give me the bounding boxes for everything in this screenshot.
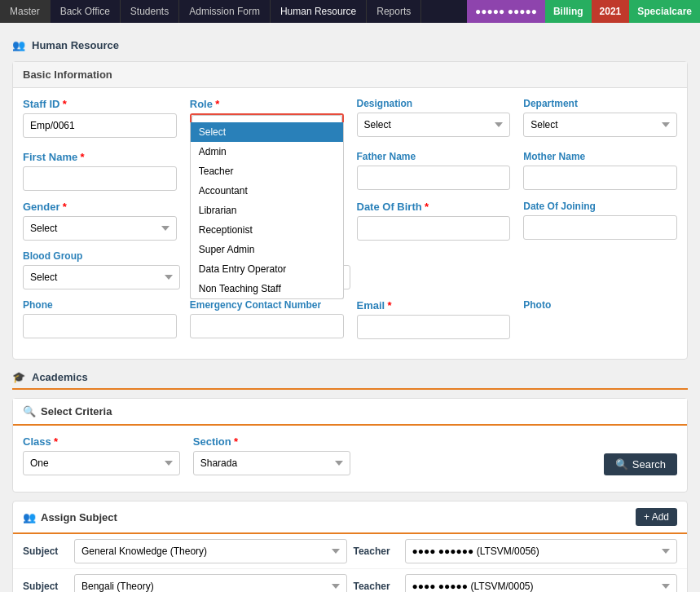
role-option-accountant[interactable]: Accountant [191, 181, 343, 201]
search-btn-icon: 🔍 [615, 458, 628, 471]
gender-group: Gender * Select [23, 201, 177, 241]
nav-reports[interactable]: Reports [367, 0, 421, 23]
role-option-select[interactable]: Select [191, 122, 343, 142]
dob-input[interactable] [357, 216, 511, 241]
nav-admissionform[interactable]: Admission Form [179, 0, 271, 23]
assign-row-1: Subject Bengali (Theory) Teacher ●●●● ●●… [13, 569, 687, 592]
form-row-5: Phone Emergency Contact Number Email * P… [23, 299, 677, 339]
search-area: 🔍 Search [363, 453, 678, 475]
assign-row-0: Subject General Knowledge (Theory) Teach… [13, 534, 687, 569]
form-row-1: Staff ID * Role * Select ▼ [23, 98, 677, 141]
staff-id-label: Staff ID * [23, 98, 177, 110]
subject-select-1[interactable]: Bengali (Theory) [74, 574, 347, 592]
class-label: Class * [23, 435, 180, 448]
role-option-dataentry[interactable]: Data Entry Operator [191, 259, 343, 279]
criteria-section: 🔍 Select Criteria Class * One [12, 398, 688, 493]
nav-master[interactable]: Master [0, 0, 51, 23]
bloodgroup-group: Blood Group Select [23, 250, 180, 289]
fathername-label: Father Name [357, 151, 511, 162]
role-option-receptionist[interactable]: Receptionist [191, 220, 343, 240]
search-button[interactable]: 🔍 Search [604, 453, 677, 475]
department-group: Department Select [523, 98, 677, 141]
basic-info-card: Basic Information Staff ID * Role * [12, 61, 688, 360]
dob-group: Date Of Birth * [357, 201, 511, 241]
role-option-nonteaching[interactable]: Non Teaching Staff [191, 279, 343, 298]
class-group: Class * One [23, 435, 180, 475]
empty-group-2 [363, 250, 678, 289]
doj-input[interactable] [523, 215, 677, 240]
nav-humanresource[interactable]: Human Resource [271, 0, 367, 23]
section-label: Section * [193, 435, 350, 448]
designation-select[interactable]: Select [357, 113, 511, 137]
phone-group: Phone [23, 299, 177, 339]
staff-id-group: Staff ID * [23, 98, 177, 141]
form-row-3: Gender * Select Date Of Birth * Date Of … [23, 201, 677, 241]
firstname-label: First Name * [23, 151, 177, 163]
nav-backoffice[interactable]: Back Office [51, 0, 121, 23]
nav-badge-user: ●●●●● ●●●●● [467, 0, 545, 23]
subject-select-0[interactable]: General Knowledge (Theory) [74, 539, 347, 563]
teacher-select-1[interactable]: ●●●● ●●●●● (LTSVM/0005) [405, 574, 678, 592]
form-row-2: First Name * Father Name Mother Name [23, 151, 677, 191]
search-icon: 🔍 [23, 405, 36, 417]
gender-label: Gender * [23, 201, 177, 213]
mothername-group: Mother Name [523, 151, 677, 191]
fathername-group: Father Name [357, 151, 511, 191]
gender-select[interactable]: Select [23, 216, 177, 241]
phone-input[interactable] [23, 314, 177, 338]
criteria-body: Class * One Section * Sharada [13, 426, 687, 492]
hr-icon: 👥 [12, 39, 25, 51]
role-option-admin[interactable]: Admin [191, 142, 343, 161]
criteria-row: Class * One Section * Sharada [23, 435, 677, 475]
dob-label: Date Of Birth * [357, 201, 511, 213]
role-option-teacher[interactable]: Teacher [191, 161, 343, 181]
assign-teacher-half-1: Teacher ●●●● ●●●●● (LTSVM/0005) [354, 574, 678, 592]
basic-info-header: Basic Information [13, 62, 687, 88]
assign-icon: 👥 [23, 511, 36, 524]
nav-students[interactable]: Students [121, 0, 179, 23]
emergency-input[interactable] [190, 314, 344, 338]
form-row-4: Blood Group Select Select [23, 250, 677, 289]
staff-id-input[interactable] [23, 113, 177, 138]
subject-label-0: Subject [23, 546, 68, 557]
class-select[interactable]: One [23, 451, 180, 475]
designation-group: Designation Select [357, 98, 511, 141]
email-label: Email * [357, 299, 511, 311]
teacher-label-1: Teacher [354, 581, 398, 592]
basic-info-body: Staff ID * Role * Select ▼ [13, 88, 687, 359]
designation-label: Designation [357, 98, 511, 109]
role-dropdown-container[interactable]: Select ▼ Select Admin Teacher Accountant… [190, 113, 344, 141]
photo-group: Photo [523, 299, 677, 339]
assign-subject-header: 👥 Assign Subject + Add [13, 501, 687, 534]
firstname-input[interactable] [23, 166, 177, 191]
fathername-input[interactable] [357, 166, 511, 190]
add-subject-button[interactable]: + Add [636, 508, 677, 526]
mothername-input[interactable] [523, 166, 677, 190]
emergency-group: Emergency Contact Number [190, 299, 344, 339]
phone-label: Phone [23, 299, 177, 311]
assign-subject-half-0: Subject General Knowledge (Theory) [23, 539, 347, 563]
section-select[interactable]: Sharada [193, 451, 350, 475]
role-option-librarian[interactable]: Librarian [191, 201, 343, 220]
nav-badge-year: 2021 [592, 0, 630, 23]
academics-section: 🎓 Academics 🔍 Select Criteria Class * On… [12, 371, 688, 592]
section-group: Section * Sharada [193, 435, 350, 475]
nav-badge-billing: Billing [545, 0, 592, 23]
email-input[interactable] [357, 315, 511, 339]
academics-icon: 🎓 [12, 371, 25, 383]
nav-badge-specialcare: Specialcare [629, 0, 700, 23]
academics-title: 🎓 Academics [12, 371, 688, 390]
firstname-group: First Name * [23, 151, 177, 191]
role-option-superadmin[interactable]: Super Admin [191, 240, 343, 259]
assign-header-left: 👥 Assign Subject [23, 511, 117, 524]
emergency-label: Emergency Contact Number [190, 299, 344, 311]
mothername-label: Mother Name [523, 151, 677, 162]
bloodgroup-select[interactable]: Select [23, 265, 180, 289]
doj-label: Date Of Joining [523, 201, 677, 212]
photo-label: Photo [523, 299, 677, 311]
assign-subject-half-1: Subject Bengali (Theory) [23, 574, 347, 592]
teacher-select-0[interactable]: ●●●● ●●●●●● (LTSVM/0056) [405, 539, 678, 563]
page-title: 👥 Human Resource [12, 39, 688, 51]
department-select[interactable]: Select [523, 113, 677, 137]
doj-group: Date Of Joining [523, 201, 677, 241]
